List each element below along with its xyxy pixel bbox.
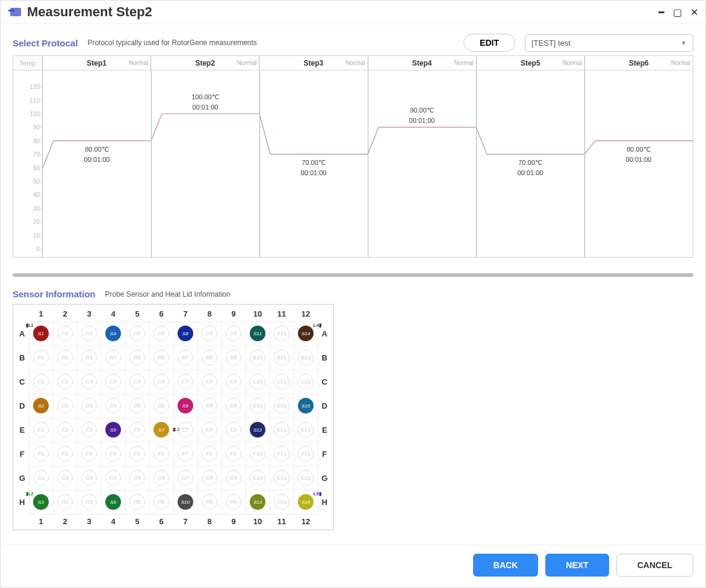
sensor-well-empty[interactable]: C6 [153,374,169,389]
cancel-button[interactable]: CANCEL [616,554,693,577]
sensor-well-empty[interactable]: B2 [57,350,73,365]
sensor-well-empty[interactable]: A8 [202,326,217,341]
sensor-well-empty[interactable]: D8 [202,398,217,413]
sensor-well-empty[interactable]: C12 [298,374,314,389]
sensor-well-filled[interactable]: S3 [33,494,49,510]
sensor-well-filled[interactable]: S16 [298,494,314,510]
back-button[interactable]: BACK [473,554,538,577]
sensor-well-filled[interactable]: S7 [153,422,169,438]
sensor-well-empty[interactable]: B1 [33,350,49,365]
sensor-well-empty[interactable]: D5 [129,398,145,413]
sensor-well-filled[interactable]: S10 [178,494,193,510]
sensor-well-filled[interactable]: S15 [298,398,314,413]
sensor-well-empty[interactable]: A3 [81,326,97,341]
sensor-well-empty[interactable]: A2 [57,326,73,341]
sensor-well-filled[interactable]: S5 [105,422,121,438]
sensor-well-empty[interactable]: D2 [57,398,73,413]
sensor-well-empty[interactable]: G12 [298,470,314,486]
sensor-well-empty[interactable]: E3 [81,422,97,438]
sensor-well-empty[interactable]: D3 [81,398,97,413]
minimize-icon[interactable]: ━ [658,7,664,18]
sensor-well-empty[interactable]: H6 [153,494,169,510]
sensor-well-empty[interactable]: E9 [226,422,241,438]
sensor-well-empty[interactable]: F4 [105,446,121,462]
sensor-well-empty[interactable]: G10 [250,470,265,486]
sensor-well-filled[interactable]: S9 [178,398,193,413]
close-icon[interactable]: ✕ [690,7,698,18]
sensor-well-empty[interactable]: F9 [226,446,241,462]
sensor-well-empty[interactable]: B4 [105,350,121,365]
sensor-well-empty[interactable]: H11 [274,494,290,510]
sensor-well-empty[interactable]: H9 [226,494,241,510]
sensor-well-empty[interactable]: G2 [57,470,73,486]
sensor-well-empty[interactable]: A9 [226,326,241,341]
sensor-well-empty[interactable]: F2 [57,446,73,462]
sensor-well-empty[interactable]: H2 [57,494,73,510]
sensor-well-empty[interactable]: B5 [129,350,145,365]
sensor-well-empty[interactable]: F7 [178,446,193,462]
next-button[interactable]: NEXT [545,554,608,577]
sensor-well-empty[interactable]: F5 [129,446,145,462]
sensor-well-empty[interactable]: B10 [250,350,265,365]
sensor-well-filled[interactable]: S6 [105,494,121,510]
sensor-well-empty[interactable]: B9 [226,350,241,365]
sensor-well-empty[interactable]: G7 [178,470,193,486]
sensor-well-empty[interactable]: E5 [129,422,145,438]
sensor-well-filled[interactable]: S1 [33,326,49,341]
sensor-well-filled[interactable]: S14 [298,326,314,341]
sensor-well-empty[interactable]: H8 [202,494,217,510]
sensor-well-empty[interactable]: F10 [250,446,265,462]
sensor-well-empty[interactable]: B8 [202,350,217,365]
sensor-well-empty[interactable]: G8 [202,470,217,486]
sensor-well-empty[interactable]: D10 [250,398,265,413]
sensor-well-filled[interactable]: S2 [33,398,49,413]
sensor-well-empty[interactable]: G3 [81,470,97,486]
sensor-well-empty[interactable]: B11 [274,350,290,365]
sensor-well-empty[interactable]: A5 [129,326,145,341]
sensor-well-empty[interactable]: G11 [274,470,290,486]
sensor-well-empty[interactable]: B7 [178,350,193,365]
sensor-well-empty[interactable]: B12 [298,350,314,365]
sensor-well-empty[interactable]: E1 [33,422,49,438]
sensor-well-empty[interactable]: C7 [178,374,193,389]
sensor-well-empty[interactable]: G1 [33,470,49,486]
protocol-dropdown[interactable]: [TEST] test ▼ [525,34,693,52]
sensor-well-empty[interactable]: E2 [57,422,73,438]
sensor-well-empty[interactable]: H5 [129,494,145,510]
sensor-well-empty[interactable]: D11 [274,398,290,413]
sensor-well-empty[interactable]: B3 [81,350,97,365]
sensor-well-empty[interactable]: E12 [298,422,314,438]
sensor-well-empty[interactable]: B6 [153,350,169,365]
sensor-well-empty[interactable]: E8 [202,422,217,438]
sensor-well-empty[interactable]: D9 [226,398,241,413]
sensor-well-empty[interactable]: F8 [202,446,217,462]
edit-button[interactable]: EDIT [463,34,515,52]
sensor-well-empty[interactable]: C1 [33,374,49,389]
sensor-well-filled[interactable]: S12 [250,422,265,438]
sensor-well-empty[interactable]: G4 [105,470,121,486]
sensor-well-empty[interactable]: A6 [153,326,169,341]
sensor-well-empty[interactable]: H3 [81,494,97,510]
sensor-well-empty[interactable]: C5 [129,374,145,389]
sensor-well-filled[interactable]: S4 [105,326,121,341]
sensor-well-empty[interactable]: G9 [226,470,241,486]
sensor-well-empty[interactable]: C8 [202,374,217,389]
sensor-well-empty[interactable]: C11 [274,374,290,389]
sensor-well-empty[interactable]: C3 [81,374,97,389]
maximize-icon[interactable]: ▢ [673,7,682,18]
sensor-well-filled[interactable]: S13 [250,494,265,510]
sensor-well-empty[interactable]: C9 [226,374,241,389]
sensor-well-empty[interactable]: G6 [153,470,169,486]
sensor-well-empty[interactable]: D6 [153,398,169,413]
sensor-well-filled[interactable]: S8 [178,326,193,341]
sensor-well-empty[interactable]: E7 [178,422,193,438]
sensor-well-empty[interactable]: C4 [105,374,121,389]
sensor-well-empty[interactable]: G5 [129,470,145,486]
sensor-well-empty[interactable]: D4 [105,398,121,413]
sensor-well-empty[interactable]: C10 [250,374,265,389]
sensor-well-empty[interactable]: F3 [81,446,97,462]
sensor-well-empty[interactable]: A11 [274,326,290,341]
sensor-well-empty[interactable]: C2 [57,374,73,389]
sensor-well-empty[interactable]: E11 [274,422,290,438]
sensor-well-empty[interactable]: F11 [274,446,290,462]
